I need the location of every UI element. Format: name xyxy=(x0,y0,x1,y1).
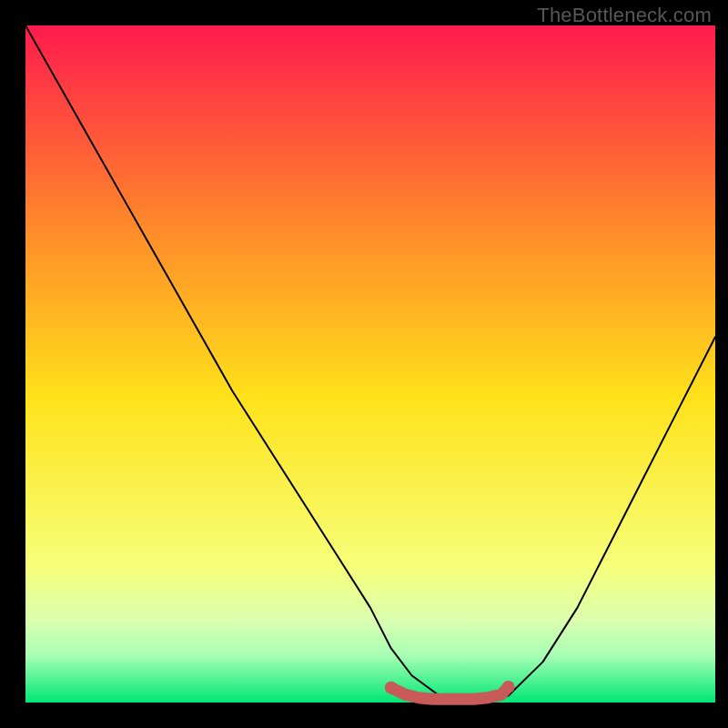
plot-background xyxy=(25,25,715,703)
bottleneck-chart xyxy=(0,0,728,728)
plateau-endpoint xyxy=(502,681,515,693)
chart-container: TheBottleneck.com xyxy=(0,0,728,728)
plateau-endpoint xyxy=(385,682,398,694)
watermark-text: TheBottleneck.com xyxy=(537,4,712,27)
